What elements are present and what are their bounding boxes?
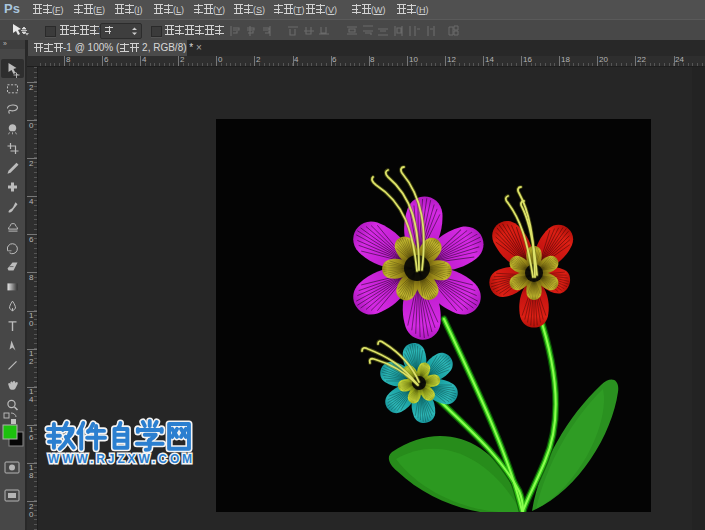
svg-text:WWW.RJZXW.COM: WWW.RJZXW.COM: [48, 452, 195, 466]
